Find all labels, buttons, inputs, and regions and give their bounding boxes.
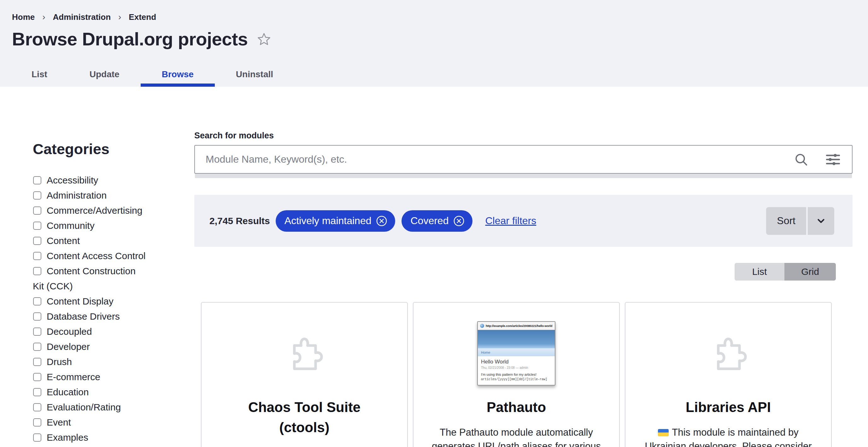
project-description: This module is maintained by Ukrainian d… [638,425,819,447]
screenshot-nav: Home [478,348,555,356]
category-checkbox[interactable] [33,267,41,275]
project-grid: Chaos Tool Suite (ctools) This suite is … [201,302,852,447]
breadcrumb-separator-icon: › [42,12,45,22]
category-checkbox[interactable] [33,222,41,230]
tab-uninstall[interactable]: Uninstall [215,62,294,87]
category-checkbox[interactable] [33,206,41,215]
category-examples[interactable]: Examples [33,430,181,445]
primary-tabs: List Update Browse Uninstall [10,62,294,87]
breadcrumb: Home › Administration › Extend [12,12,868,22]
project-card-pathauto[interactable]: http://example.com/articles/20080221/hel… [413,302,620,447]
category-event[interactable]: Event [33,415,181,430]
breadcrumb-administration[interactable]: Administration [53,12,111,22]
category-commerce-advertising[interactable]: Commerce/Advertising [33,203,181,218]
chevron-down-icon [816,216,826,226]
search-input[interactable] [194,145,852,174]
breadcrumb-separator-icon: › [118,12,121,22]
results-toolbar: 2,745 Results Actively maintained Covere… [194,195,852,247]
category-checkbox[interactable] [33,176,41,184]
categories-heading: Categories [33,141,181,157]
project-description: This suite is primarily a set of APIs an… [214,446,395,447]
project-title: Pathauto [448,397,584,417]
main-content: Search for modules 2,745 [194,87,852,447]
pathauto-screenshot: http://example.com/articles/20080221/hel… [477,321,555,386]
filter-chip-covered[interactable]: Covered [402,210,472,232]
screenshot-url: http://example.com/articles/20080221/hel… [486,324,552,327]
categories-list: Accessibility Administration Commerce/Ad… [33,173,181,447]
category-checkbox[interactable] [33,418,41,426]
view-toggle: List Grid [194,263,852,281]
remove-filter-icon [376,215,388,227]
category-checkbox[interactable] [33,252,41,260]
screenshot-banner [478,330,555,348]
search-icon[interactable] [794,152,808,167]
screenshot-pattern: articles/[yyyy][mm][dd]/[title-raw] [481,378,552,381]
category-drush[interactable]: Drush [33,354,181,370]
category-education[interactable]: Education [33,385,181,400]
project-card-libraries-api[interactable]: Libraries API This module is maintained … [625,302,832,447]
puzzle-piece-icon [284,332,325,374]
category-features-package[interactable]: Features Package [33,445,181,447]
category-content[interactable]: Content [33,233,181,248]
category-checkbox[interactable] [33,358,41,366]
project-title: Chaos Tool Suite (ctools) [237,397,372,438]
search-label: Search for modules [194,130,852,141]
sort-dropdown-button[interactable] [808,207,834,235]
category-checkbox[interactable] [33,191,41,199]
category-checkbox[interactable] [33,327,41,336]
view-toggle-grid[interactable]: Grid [784,263,836,281]
globe-icon [480,324,484,328]
category-accessibility[interactable]: Accessibility [33,173,181,188]
category-checkbox[interactable] [33,343,41,351]
sort-button[interactable]: Sort [766,207,806,235]
category-checkbox[interactable] [33,312,41,321]
breadcrumb-home[interactable]: Home [12,12,35,22]
sort-control: Sort [766,207,834,235]
category-content-construction-kit[interactable]: Content Construction Kit (CCK) [33,263,181,294]
category-checkbox[interactable] [33,403,41,411]
category-database-drivers[interactable]: Database Drivers [33,309,181,324]
category-decoupled[interactable]: Decoupled [33,324,181,339]
project-card-ctools[interactable]: Chaos Tool Suite (ctools) This suite is … [201,302,408,447]
category-developer[interactable]: Developer [33,339,181,354]
category-checkbox[interactable] [33,373,41,381]
category-checkbox[interactable] [33,434,41,442]
category-checkbox[interactable] [33,388,41,396]
category-e-commerce[interactable]: E-commerce [33,370,181,385]
remove-filter-icon [453,215,465,227]
project-title: Libraries API [660,397,796,417]
view-toggle-list[interactable]: List [735,263,784,281]
filter-chip-actively-maintained[interactable]: Actively maintained [276,210,396,232]
category-administration[interactable]: Administration [33,188,181,203]
screenshot-meta: Thu, 02/21/2008 - 23:08 — admin [481,366,552,370]
categories-sidebar: Categories Accessibility Administration … [33,87,181,447]
filter-sliders-icon[interactable] [826,152,841,167]
tab-browse[interactable]: Browse [141,62,215,87]
module-search [194,145,852,174]
tab-update[interactable]: Update [68,62,141,87]
page-title: Browse Drupal.org projects [12,28,248,50]
category-content-display[interactable]: Content Display [33,294,181,309]
project-description: The Pathauto module automatically genera… [426,425,607,447]
category-content-access-control[interactable]: Content Access Control [33,248,181,263]
category-evaluation-rating[interactable]: Evaluation/Rating [33,400,181,415]
puzzle-piece-icon [708,332,749,374]
screenshot-heading: Hello World [481,359,552,365]
favorite-star-icon[interactable] [257,32,271,46]
results-count: 2,745 Results [210,216,270,226]
screenshot-text: I'm using this pattern for my articles! [481,373,552,376]
page-header: Home › Administration › Extend Browse Dr… [0,0,868,87]
category-checkbox[interactable] [33,297,41,306]
category-checkbox[interactable] [33,237,41,245]
tab-list[interactable]: List [10,62,68,87]
breadcrumb-extend[interactable]: Extend [129,12,156,22]
category-community[interactable]: Community [33,218,181,233]
clear-filters-link[interactable]: Clear filters [485,215,536,227]
ukraine-flag-icon [658,429,669,436]
